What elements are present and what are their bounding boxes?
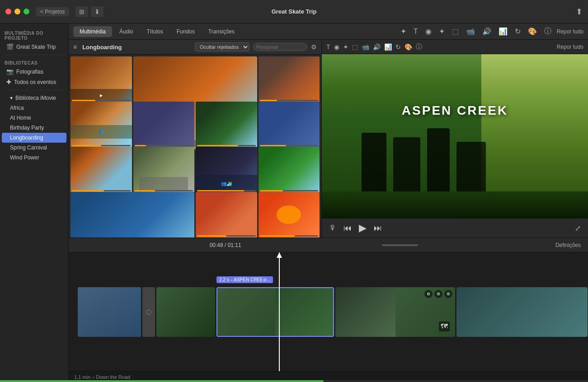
- play-button[interactable]: ▶: [359, 222, 367, 234]
- sidebar-athome-label: At Home: [10, 115, 31, 121]
- audio-preview-icon[interactable]: 🔊: [373, 43, 381, 51]
- media-thumb[interactable]: 11,5 s 👥🏄: [196, 147, 257, 193]
- tab-audio[interactable]: Áudio: [113, 26, 140, 37]
- sidebar-item-longboarding[interactable]: Longboarding: [2, 133, 66, 143]
- media-thumb[interactable]: [259, 192, 320, 238]
- timeline-toolbar: 00:48 / 01:11 Definições: [69, 238, 588, 252]
- speed-icon[interactable]: ↻: [395, 43, 401, 51]
- tab-fundos[interactable]: Fundos: [170, 26, 201, 37]
- chevron-down-icon: ▾: [10, 95, 13, 101]
- timeline-clip-selected[interactable]: [216, 287, 334, 337]
- text-icon[interactable]: T: [412, 27, 420, 37]
- style-tool-icon[interactable]: ◉: [334, 43, 339, 51]
- tab-multimedia[interactable]: Multimédia: [73, 26, 112, 37]
- filter-tool-icon[interactable]: ✦: [343, 43, 348, 51]
- sidebar-item-imovie-library[interactable]: ▾ Biblioteca iMovie: [2, 93, 66, 103]
- progress-bar-fill: [69, 380, 324, 382]
- fullscreen-button[interactable]: [24, 9, 29, 14]
- audio-tool-icon[interactable]: 🔊: [480, 26, 493, 37]
- back-button[interactable]: < Projetos: [36, 7, 69, 16]
- sidebar-item-spring-carnival[interactable]: Spring Carnival: [2, 143, 66, 153]
- style-icon[interactable]: ◉: [423, 26, 433, 37]
- tab-transicoes[interactable]: Transições: [202, 26, 241, 37]
- chart-preview-icon[interactable]: 📊: [384, 43, 392, 51]
- info-preview-icon[interactable]: ⓘ: [416, 43, 422, 51]
- minimize-button[interactable]: [14, 9, 20, 14]
- timeline-tracks[interactable]: 2,2 s – ASPEN CREE⊘...: [69, 252, 588, 371]
- fullscreen-icon[interactable]: ⤢: [575, 224, 581, 233]
- media-thumb[interactable]: [133, 147, 195, 193]
- filter-icon[interactable]: ✦: [437, 26, 447, 37]
- speedometer-icon[interactable]: ↻: [513, 26, 522, 37]
- preview-image: ASPEN CREEK: [322, 54, 588, 219]
- crop-icon[interactable]: ⬚: [450, 26, 461, 37]
- media-thumb[interactable]: [133, 102, 195, 148]
- sidebar-item-at-home[interactable]: At Home: [2, 113, 66, 123]
- chart-icon[interactable]: 📊: [497, 26, 509, 37]
- timeline-clip-3[interactable]: ⚙ ⚙ ⚙ 🗺: [335, 287, 455, 337]
- window-title: Great Skate Trip: [272, 8, 317, 15]
- right-panel: Multimédia Áudio Títulos Fundos Transiçõ…: [69, 23, 588, 382]
- media-thumb[interactable]: [196, 192, 257, 238]
- map-icon: 🗺: [439, 321, 450, 331]
- media-thumb[interactable]: [259, 102, 320, 148]
- camera-icon[interactable]: 📹: [464, 26, 477, 37]
- crop-tool-icon[interactable]: ⬚: [352, 43, 358, 51]
- media-thumb[interactable]: [196, 102, 257, 148]
- clip-icon-2: ⚙: [434, 290, 442, 298]
- color-preview-icon[interactable]: 🎨: [405, 43, 412, 51]
- sidebar-item-wind-power[interactable]: Wind Power: [2, 153, 66, 163]
- status-bar: 1,1 min – Down the Road: [69, 371, 588, 382]
- media-thumb[interactable]: [71, 147, 132, 193]
- info-icon[interactable]: ⓘ: [542, 26, 553, 37]
- list-view-icon[interactable]: ≡: [73, 43, 77, 51]
- prev-frame-button[interactable]: ⏮: [343, 224, 352, 233]
- timeline-clip-4[interactable]: [456, 287, 588, 337]
- sidebar-item-fotografias[interactable]: 📷 Fotografias: [2, 66, 66, 77]
- download-button[interactable]: ⬇: [91, 6, 103, 17]
- media-thumb[interactable]: [71, 192, 194, 238]
- volume-slider[interactable]: [382, 244, 418, 246]
- photos-icon: 📷: [6, 68, 14, 75]
- microphone-icon[interactable]: 🎙: [329, 224, 336, 232]
- close-button[interactable]: [5, 9, 11, 14]
- share-button[interactable]: ⬆: [576, 7, 583, 17]
- sidebar-africa-label: Africa: [10, 105, 24, 111]
- selected-clip-wrapper: 2,2 s – ASPEN CREE⊘...: [216, 287, 334, 337]
- sidebar-longboarding-label: Longboarding: [10, 135, 43, 141]
- media-thumb[interactable]: 👥: [71, 102, 132, 148]
- libraries-section-title: BIBLIOTECAS: [0, 58, 68, 66]
- settings-button[interactable]: Definições: [555, 242, 581, 248]
- color-icon[interactable]: 🎨: [526, 26, 539, 37]
- sidebar-item-africa[interactable]: Africa: [2, 103, 66, 113]
- sidebar-divider-2: [5, 90, 64, 90]
- tab-titulos[interactable]: Títulos: [141, 26, 169, 37]
- reset-preview-button[interactable]: Repor tudo: [557, 44, 583, 50]
- clip-icon-3: ⚙: [444, 290, 452, 298]
- search-input[interactable]: [253, 43, 307, 51]
- preview-title-overlay: ASPEN CREEK: [402, 103, 508, 118]
- timeline-clip-2[interactable]: [156, 287, 215, 337]
- text-tool-icon[interactable]: T: [326, 43, 330, 51]
- transition-handle-1[interactable]: [142, 287, 155, 337]
- media-browser-header: ≡ Longboarding Ocultar rejeitados ⚙: [69, 40, 321, 55]
- camera-tool-icon[interactable]: 📹: [362, 43, 369, 51]
- playhead[interactable]: [279, 252, 280, 371]
- media-thumb[interactable]: [259, 147, 320, 193]
- reset-button[interactable]: Repor tudo: [557, 28, 583, 35]
- media-thumb[interactable]: [259, 56, 320, 102]
- sidebar-item-todos-eventos[interactable]: ✚ Todos os eventos: [2, 77, 66, 87]
- next-frame-button[interactable]: ⏭: [374, 224, 382, 233]
- media-browser: ≡ Longboarding Ocultar rejeitados ⚙ ▶: [69, 40, 322, 238]
- traffic-lights: [5, 9, 29, 14]
- sidebar-wind-label: Wind Power: [10, 154, 39, 161]
- wand-icon[interactable]: ✦: [399, 26, 408, 37]
- timeline-clip-1[interactable]: [78, 287, 141, 337]
- filter-select[interactable]: Ocultar rejeitados: [195, 42, 249, 51]
- gear-icon[interactable]: ⚙: [311, 43, 317, 51]
- titlebar-view-icons: ⊞ ⬇: [75, 6, 103, 17]
- sidebar-item-birthday-party[interactable]: Birthday Party: [2, 123, 66, 133]
- sidebar-item-project[interactable]: 🎬 Great Skate Trip: [2, 42, 66, 52]
- grid-view-button[interactable]: ⊞: [75, 6, 88, 17]
- media-thumb[interactable]: ▶: [71, 56, 132, 102]
